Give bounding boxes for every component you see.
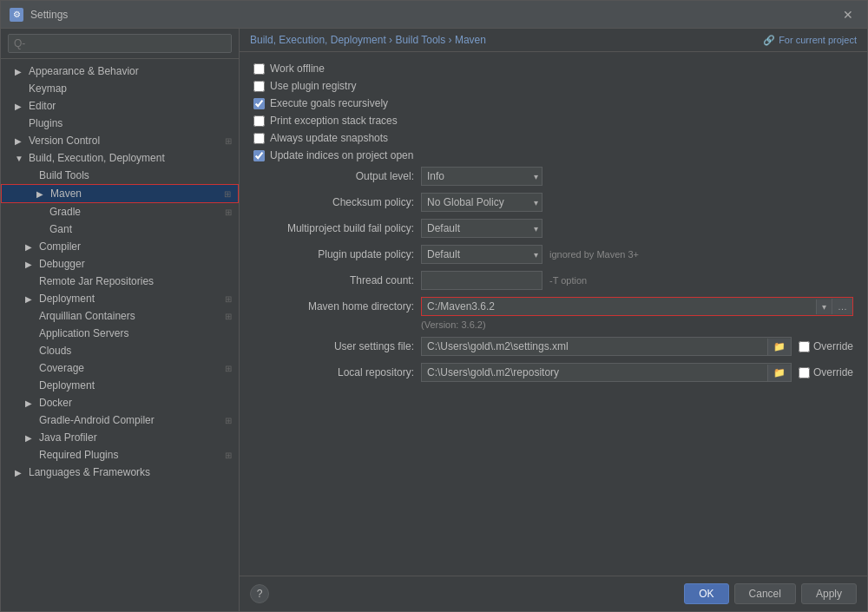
sidebar-item-app-servers[interactable]: Application Servers (1, 325, 239, 342)
update-indices-checkbox[interactable] (253, 150, 265, 161)
arrow-placeholder (25, 381, 36, 391)
sidebar-item-label: Debugger (39, 258, 85, 270)
sidebar-item-gradle-android[interactable]: Gradle-Android Compiler ⊞ (1, 411, 239, 429)
sidebar-item-docker[interactable]: ▶ Docker (1, 394, 239, 411)
checkbox-use-plugin-registry: Use plugin registry (253, 80, 853, 92)
sidebar-item-editor[interactable]: ▶ Editor (1, 97, 239, 115)
sidebar-item-label: Clouds (39, 345, 71, 357)
user-settings-browse-button[interactable]: 📁 (767, 339, 791, 355)
always-update-checkbox[interactable] (253, 133, 265, 144)
maven-home-label: Maven home directory: (253, 300, 414, 313)
user-settings-row: User settings file: 📁 Override (253, 337, 853, 356)
override-label[interactable]: Override (813, 340, 853, 352)
arrow-placeholder (25, 451, 36, 460)
sidebar-item-maven[interactable]: ▶ Maven ⊞ (1, 184, 239, 203)
always-update-label[interactable]: Always update snapshots (270, 132, 388, 144)
sidebar-item-build-tools[interactable]: Build Tools (1, 167, 239, 184)
external-icon: ⊞ (225, 294, 232, 304)
print-exception-label[interactable]: Print exception stack traces (270, 115, 398, 127)
sidebar-item-label: Editor (29, 100, 56, 112)
user-settings-input[interactable] (422, 338, 767, 355)
sidebar-item-debugger[interactable]: ▶ Debugger (1, 255, 239, 273)
maven-home-dropdown-button[interactable]: ▾ (816, 299, 832, 314)
arrow-placeholder (36, 225, 46, 234)
user-settings-override-checkbox[interactable] (799, 341, 810, 352)
arrow-placeholder (25, 364, 36, 373)
apply-button[interactable]: Apply (801, 583, 857, 604)
maven-home-input[interactable] (422, 298, 816, 315)
sidebar-item-deployment2[interactable]: Deployment (1, 377, 239, 394)
arrow-icon: ▶ (25, 260, 36, 269)
arrow-icon: ▶ (36, 189, 47, 199)
maven-home-browse-button[interactable]: … (832, 299, 852, 314)
use-plugin-registry-checkbox[interactable] (253, 81, 265, 92)
output-level-dropdown[interactable]: Info Debug Warn Error (421, 167, 542, 186)
checkbox-always-update: Always update snapshots (253, 132, 853, 144)
plugin-update-policy-dropdown[interactable]: Default Always Never Interval (421, 245, 542, 264)
sidebar-item-label: Keymap (29, 82, 67, 95)
sidebar-item-version-control[interactable]: ▶ Version Control ⊞ (1, 132, 239, 149)
plugin-update-policy-label: Plugin update policy: (253, 248, 414, 260)
sidebar-item-languages[interactable]: ▶ Languages & Frameworks (1, 464, 239, 481)
external-icon: ⊞ (225, 207, 232, 217)
sidebar-item-keymap[interactable]: Keymap (1, 80, 239, 97)
local-repository-browse-button[interactable]: 📁 (767, 365, 791, 381)
settings-dialog: ⚙ Settings ✕ ▶ Appearance & Behavior Key… (0, 0, 868, 612)
thread-count-input[interactable] (421, 271, 542, 290)
sidebar-item-deployment[interactable]: ▶ Deployment ⊞ (1, 290, 239, 307)
close-button[interactable]: ✕ (838, 6, 858, 23)
sidebar-item-java-profiler[interactable]: ▶ Java Profiler (1, 429, 239, 446)
arrow-icon: ▼ (15, 154, 25, 163)
use-plugin-registry-label[interactable]: Use plugin registry (270, 80, 356, 92)
arrow-placeholder (15, 119, 25, 128)
sidebar-item-remote-jar[interactable]: Remote Jar Repositories (1, 273, 239, 290)
checksum-policy-dropdown-wrapper: No Global Policy Fail Warn Ignore (421, 193, 542, 212)
print-exception-checkbox[interactable] (253, 115, 265, 127)
bottom-bar: ? OK Cancel Apply (240, 576, 867, 611)
multiproject-policy-dropdown[interactable]: Default Fail at End Never Fail Fail Fast (421, 219, 542, 238)
external-icon: ⊞ (225, 364, 232, 373)
multiproject-policy-label: Multiproject build fail policy: (253, 222, 414, 234)
sidebar-item-appearance[interactable]: ▶ Appearance & Behavior (1, 63, 239, 80)
thread-count-label: Thread count: (253, 274, 414, 286)
sidebar-item-clouds[interactable]: Clouds (1, 342, 239, 359)
work-offline-checkbox[interactable] (253, 63, 265, 75)
update-indices-label[interactable]: Update indices on project open (270, 149, 413, 161)
sidebar-item-arquillian[interactable]: Arquillian Containers ⊞ (1, 307, 239, 325)
sidebar-item-gradle[interactable]: Gradle ⊞ (1, 203, 239, 220)
search-input[interactable] (8, 34, 232, 53)
help-button[interactable]: ? (250, 584, 269, 603)
ok-button[interactable]: OK (684, 583, 728, 604)
external-icon: ⊞ (224, 189, 231, 199)
sidebar-item-required-plugins[interactable]: Required Plugins ⊞ (1, 446, 239, 464)
multiproject-policy-dropdown-wrapper: Default Fail at End Never Fail Fail Fast (421, 219, 542, 238)
multiproject-policy-row: Multiproject build fail policy: Default … (253, 219, 853, 238)
arrow-icon: ▶ (25, 294, 36, 304)
override-label[interactable]: Override (813, 366, 853, 378)
sidebar-item-gant[interactable]: Gant (1, 220, 239, 238)
arrow-icon: ▶ (25, 433, 36, 443)
execute-goals-label[interactable]: Execute goals recursively (270, 97, 388, 109)
settings-panel: Work offline Use plugin registry Execute… (240, 52, 867, 576)
execute-goals-checkbox[interactable] (253, 98, 265, 109)
tree: ▶ Appearance & Behavior Keymap ▶ Editor … (1, 59, 239, 611)
arrow-placeholder (15, 84, 25, 94)
external-icon: ⊞ (225, 416, 232, 425)
output-level-row: Output level: Info Debug Warn Error (253, 167, 853, 186)
local-repository-input[interactable] (422, 364, 767, 381)
breadcrumb: Build, Execution, Deployment › Build Too… (250, 34, 486, 46)
for-project-text: For current project (779, 35, 857, 45)
work-offline-label[interactable]: Work offline (270, 63, 325, 75)
sidebar-item-compiler[interactable]: ▶ Compiler (1, 238, 239, 255)
local-repository-override: Override (799, 366, 853, 378)
dialog-title: Settings (30, 9, 68, 21)
arrow-icon: ▶ (15, 136, 25, 146)
checksum-policy-label: Checksum policy: (253, 196, 414, 208)
sidebar-item-coverage[interactable]: Coverage ⊞ (1, 359, 239, 377)
cancel-button[interactable]: Cancel (734, 583, 796, 604)
local-repository-override-checkbox[interactable] (799, 367, 810, 378)
sidebar-item-plugins[interactable]: Plugins (1, 115, 239, 132)
sidebar-item-build-execution[interactable]: ▼ Build, Execution, Deployment (1, 149, 239, 167)
sidebar-item-label: Arquillian Containers (39, 310, 135, 322)
checksum-policy-dropdown[interactable]: No Global Policy Fail Warn Ignore (421, 193, 542, 212)
